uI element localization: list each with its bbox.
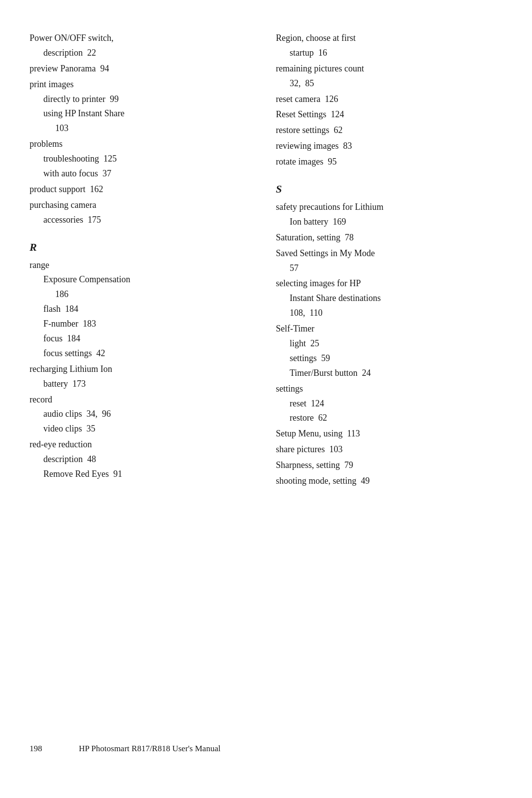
list-item: video clips 35 xyxy=(30,422,246,436)
list-item: restore 62 xyxy=(276,411,502,425)
list-item: description 48 xyxy=(30,453,246,466)
list-item: focus settings 42 xyxy=(30,347,246,361)
list-item: safety precautions for Lithium xyxy=(276,200,502,214)
list-item: flash 184 xyxy=(30,302,246,316)
page-footer: 198 HP Photosmart R817/R818 User's Manua… xyxy=(30,729,502,759)
list-item: Ion battery 169 xyxy=(276,215,502,229)
list-item: using HP Instant Share xyxy=(30,107,246,121)
index-columns: Power ON/OFF switch, description 22 prev… xyxy=(30,30,502,729)
list-item: with auto focus 37 xyxy=(30,167,246,181)
list-item: shooting mode, setting 49 xyxy=(276,474,502,488)
list-item: product support 162 xyxy=(30,183,246,197)
list-item: startup 16 xyxy=(276,46,502,60)
footer-title: HP Photosmart R817/R818 User's Manual xyxy=(79,744,221,754)
list-item: 32, 85 xyxy=(276,77,502,91)
list-item: preview Panorama 94 xyxy=(30,62,246,76)
list-item: problems xyxy=(30,137,246,151)
list-item: light 25 xyxy=(276,337,502,351)
list-item: directly to printer 99 xyxy=(30,93,246,106)
list-item: Sharpness, setting 79 xyxy=(276,459,502,472)
page: Power ON/OFF switch, description 22 prev… xyxy=(0,0,532,798)
list-item: 108, 110 xyxy=(276,306,502,320)
list-item: red-eye reduction xyxy=(30,438,246,452)
list-item: Self-Timer xyxy=(276,322,502,336)
list-item: Reset Settings 124 xyxy=(276,108,502,122)
section-r: R range Exposure Compensation 186 flash … xyxy=(30,241,246,481)
list-item: Setup Menu, using 113 xyxy=(276,427,502,441)
pre-s-entries: Region, choose at first startup 16 remai… xyxy=(276,32,502,169)
list-item: reset 124 xyxy=(276,397,502,411)
list-item: selecting images for HP xyxy=(276,277,502,291)
list-item: settings xyxy=(276,382,502,396)
list-item: settings 59 xyxy=(276,352,502,366)
list-item: Saturation, setting 78 xyxy=(276,231,502,245)
list-item: focus 184 xyxy=(30,332,246,346)
right-column: Region, choose at first startup 16 remai… xyxy=(266,30,502,729)
list-item: Exposure Compensation xyxy=(30,273,246,287)
list-item: 186 xyxy=(30,288,246,301)
list-item: Saved Settings in My Mode xyxy=(276,247,502,261)
list-item: battery 173 xyxy=(30,377,246,391)
list-item: range xyxy=(30,259,246,272)
list-item: record xyxy=(30,393,246,407)
list-item: audio clips 34, 96 xyxy=(30,407,246,421)
list-item: print images xyxy=(30,78,246,92)
list-item: recharging Lithium Ion xyxy=(30,363,246,376)
section-s-header: S xyxy=(276,183,502,196)
list-item: troubleshooting 125 xyxy=(30,152,246,166)
list-item: 103 xyxy=(30,122,246,135)
list-item: reviewing images 83 xyxy=(276,139,502,153)
list-item: description 22 xyxy=(30,46,246,60)
list-item: purchasing camera xyxy=(30,199,246,212)
list-item: accessories 175 xyxy=(30,213,246,227)
list-item: rotate images 95 xyxy=(276,155,502,169)
list-item: reset camera 126 xyxy=(276,93,502,106)
page-number: 198 xyxy=(30,744,59,754)
section-s: S safety precautions for Lithium Ion bat… xyxy=(276,183,502,488)
list-item: remaining pictures count xyxy=(276,62,502,76)
list-item: Region, choose at first xyxy=(276,32,502,45)
left-column: Power ON/OFF switch, description 22 prev… xyxy=(30,30,266,729)
list-item: Timer/Burst button 24 xyxy=(276,366,502,380)
pre-r-entries: Power ON/OFF switch, description 22 prev… xyxy=(30,32,246,227)
list-item: share pictures 103 xyxy=(276,443,502,457)
list-item: 57 xyxy=(276,262,502,275)
list-item: F-number 183 xyxy=(30,317,246,331)
list-item: restore settings 62 xyxy=(276,124,502,137)
section-r-header: R xyxy=(30,241,246,254)
list-item: Remove Red Eyes 91 xyxy=(30,467,246,481)
list-item: Power ON/OFF switch, xyxy=(30,32,246,45)
list-item: Instant Share destinations xyxy=(276,292,502,305)
